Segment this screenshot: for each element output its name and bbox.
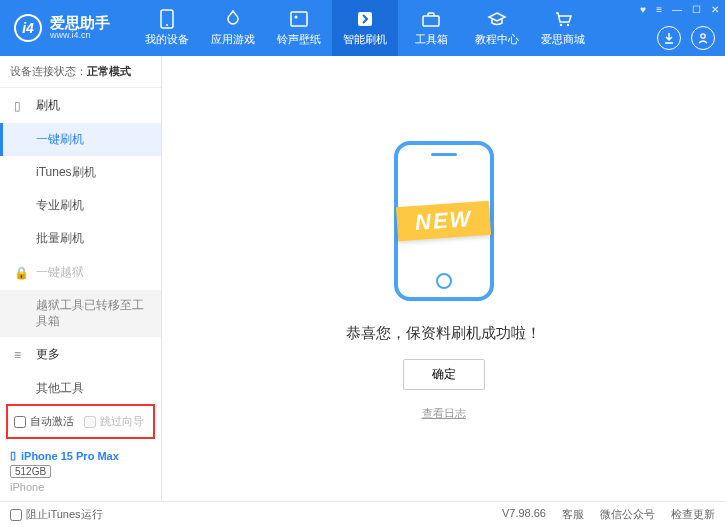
device-type: iPhone (10, 481, 151, 493)
device-info: ▯ iPhone 15 Pro Max 512GB iPhone (0, 443, 161, 501)
nav-apps[interactable]: 应用游戏 (200, 0, 266, 56)
maximize-button[interactable]: ☐ (692, 4, 701, 15)
menu-icon[interactable]: ♥ (640, 4, 646, 15)
nav-my-device[interactable]: 我的设备 (134, 0, 200, 56)
success-message: 恭喜您，保资料刷机成功啦！ (346, 324, 541, 343)
sidebar-item-oneclick-flash[interactable]: 一键刷机 (0, 123, 161, 156)
svg-rect-2 (291, 12, 307, 26)
sidebar-item-itunes-flash[interactable]: iTunes刷机 (0, 156, 161, 189)
nav-tutorials[interactable]: 教程中心 (464, 0, 530, 56)
nav-toolbox[interactable]: 工具箱 (398, 0, 464, 56)
device-storage: 512GB (10, 465, 51, 478)
flash-icon (355, 9, 375, 29)
toolbox-icon (421, 9, 441, 29)
logo-area: i4 爱思助手 www.i4.cn (0, 14, 124, 42)
sidebar-item-other-tools[interactable]: 其他工具 (0, 372, 161, 400)
app-url: www.i4.cn (50, 31, 110, 41)
group-flash[interactable]: ▯ 刷机 (0, 88, 161, 123)
main-content: NEW 恭喜您，保资料刷机成功啦！ 确定 查看日志 (162, 56, 725, 501)
user-button[interactable] (691, 26, 715, 50)
group-jailbreak[interactable]: 🔒 一键越狱 (0, 255, 161, 290)
graduation-icon (487, 9, 507, 29)
view-log-link[interactable]: 查看日志 (422, 406, 466, 421)
nav-flash[interactable]: 智能刷机 (332, 0, 398, 56)
device-name[interactable]: ▯ iPhone 15 Pro Max (10, 449, 151, 462)
top-nav: 我的设备 应用游戏 铃声壁纸 智能刷机 工具箱 教程中心 爱思商城 (134, 0, 596, 56)
connection-status: 设备连接状态：正常模式 (0, 56, 161, 88)
device-icon: ▯ (10, 449, 16, 462)
skip-guide-checkbox[interactable]: 跳过向导 (84, 414, 144, 429)
group-more[interactable]: ≡ 更多 (0, 337, 161, 372)
cart-icon (553, 9, 573, 29)
footer-support[interactable]: 客服 (562, 507, 584, 522)
version-label: V7.98.66 (502, 507, 546, 522)
footer: 阻止iTunes运行 V7.98.66 客服 微信公众号 检查更新 (0, 501, 725, 527)
sidebar-item-batch-flash[interactable]: 批量刷机 (0, 222, 161, 255)
svg-rect-4 (358, 12, 372, 26)
footer-wechat[interactable]: 微信公众号 (600, 507, 655, 522)
phone-small-icon: ▯ (14, 99, 28, 113)
app-header: i4 爱思助手 www.i4.cn 我的设备 应用游戏 铃声壁纸 智能刷机 工具… (0, 0, 725, 56)
footer-update[interactable]: 检查更新 (671, 507, 715, 522)
svg-point-7 (567, 24, 569, 26)
settings-icon[interactable]: ≡ (656, 4, 662, 15)
phone-icon (157, 9, 177, 29)
download-button[interactable] (657, 26, 681, 50)
new-ribbon: NEW (396, 201, 491, 241)
more-icon: ≡ (14, 348, 28, 362)
minimize-button[interactable]: — (672, 4, 682, 15)
svg-point-3 (295, 16, 298, 19)
ok-button[interactable]: 确定 (403, 359, 485, 390)
auto-activate-checkbox[interactable]: 自动激活 (14, 414, 74, 429)
block-itunes-checkbox[interactable]: 阻止iTunes运行 (10, 507, 103, 522)
app-title: 爱思助手 (50, 15, 110, 32)
lock-icon: 🔒 (14, 266, 28, 280)
svg-point-8 (701, 34, 705, 38)
svg-point-6 (560, 24, 562, 26)
window-controls: ♥ ≡ — ☐ ✕ (640, 4, 719, 15)
nav-store[interactable]: 爱思商城 (530, 0, 596, 56)
options-highlight-box: 自动激活 跳过向导 (6, 404, 155, 439)
sidebar-item-pro-flash[interactable]: 专业刷机 (0, 189, 161, 222)
nav-ringtones[interactable]: 铃声壁纸 (266, 0, 332, 56)
image-icon (289, 9, 309, 29)
apps-icon (223, 9, 243, 29)
close-button[interactable]: ✕ (711, 4, 719, 15)
sidebar: 设备连接状态：正常模式 ▯ 刷机 一键刷机 iTunes刷机 专业刷机 批量刷机… (0, 56, 162, 501)
svg-rect-5 (423, 16, 439, 26)
success-illustration: NEW (344, 136, 544, 306)
logo-icon: i4 (14, 14, 42, 42)
jailbreak-note: 越狱工具已转移至工具箱 (0, 290, 161, 337)
svg-point-1 (166, 24, 168, 26)
